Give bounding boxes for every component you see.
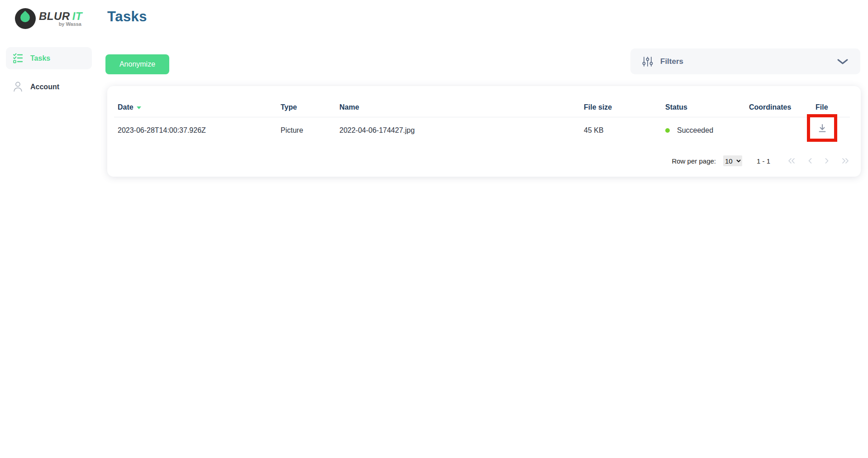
rows-per-page-select[interactable]: 10 <box>723 155 742 166</box>
cell-type: Picture <box>281 126 339 135</box>
table-header-row: Date Type Name File size Status Coordina… <box>107 86 861 117</box>
column-header-coordinates: Coordinates <box>749 103 816 111</box>
page-title: Tasks <box>107 9 147 25</box>
brand-text: BLURIT by Wassa <box>39 8 82 27</box>
sidebar-item-label: Account <box>30 83 59 91</box>
prev-page-icon[interactable] <box>808 158 812 164</box>
cell-name: 2022-04-06-174427.jpg <box>339 126 584 135</box>
brand-primary: BLUR <box>39 10 70 22</box>
sidebar: Tasks Account <box>6 47 92 104</box>
checklist-icon <box>13 53 23 64</box>
page-range: 1 - 1 <box>757 157 770 165</box>
tasks-table-card: Date Type Name File size Status Coordina… <box>107 86 861 177</box>
sidebar-item-tasks[interactable]: Tasks <box>6 47 92 69</box>
column-header-name: Name <box>339 103 584 111</box>
first-page-icon[interactable] <box>787 158 796 164</box>
app-logo: BLURIT by Wassa <box>15 8 82 29</box>
column-header-file-size: File size <box>584 103 665 111</box>
cell-file-size: 45 KB <box>584 126 665 135</box>
table-row: 2023-06-28T14:00:37.926Z Picture 2022-04… <box>107 117 861 144</box>
column-header-file: File <box>816 103 850 111</box>
anonymize-button[interactable]: Anonymize <box>105 54 169 74</box>
last-page-icon[interactable] <box>841 158 849 164</box>
rows-per-page-label: Row per page: <box>672 157 716 165</box>
status-label: Succeeded <box>677 126 713 135</box>
cell-status: Succeeded <box>665 126 749 135</box>
brand-secondary: IT <box>72 10 82 22</box>
sliders-icon <box>642 56 653 67</box>
status-dot-icon <box>665 128 670 133</box>
download-highlight-box[interactable] <box>807 114 837 142</box>
next-page-icon[interactable] <box>825 158 829 164</box>
download-icon[interactable] <box>817 123 827 133</box>
filters-label: Filters <box>660 57 683 66</box>
sort-desc-icon <box>137 106 141 109</box>
filters-toggle[interactable]: Filters <box>630 48 860 74</box>
pagination: Row per page: 10 1 - 1 <box>672 152 849 170</box>
chevron-down-icon <box>837 58 849 65</box>
column-header-date[interactable]: Date <box>118 103 281 111</box>
logo-drop-icon <box>15 8 36 29</box>
sidebar-item-label: Tasks <box>30 54 50 63</box>
column-header-status: Status <box>665 103 749 111</box>
person-icon <box>13 81 23 92</box>
cell-date: 2023-06-28T14:00:37.926Z <box>118 126 281 135</box>
sidebar-item-account[interactable]: Account <box>6 76 92 98</box>
column-header-type: Type <box>281 103 339 111</box>
